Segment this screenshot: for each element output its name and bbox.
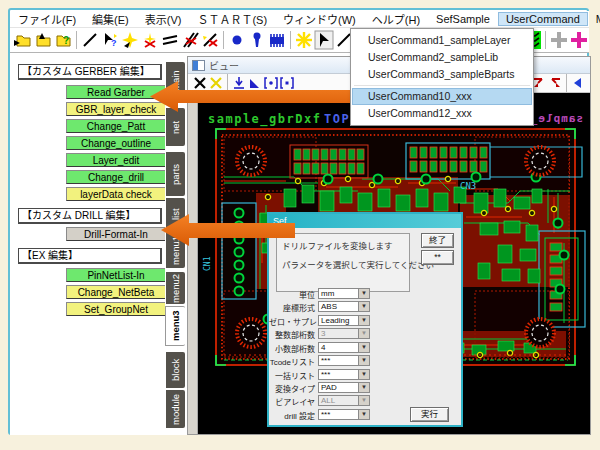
pcb-cn1-label: CN1 — [203, 256, 212, 271]
menu-window[interactable]: ウィンドウ(W) — [275, 10, 364, 28]
field-label: 単位 — [269, 289, 315, 300]
zero-suppress-select[interactable]: Leading▼ — [318, 315, 370, 326]
chevron-down-icon[interactable]: ▼ — [358, 410, 369, 419]
menu-mutec[interactable]: MU-TEC — [588, 12, 600, 26]
via-layer-select: ALL▼ — [318, 395, 370, 406]
pick-query-icon[interactable]: ? — [100, 30, 120, 50]
run-button[interactable]: 実行 — [410, 407, 449, 422]
field-label: 一括リスト — [269, 370, 315, 381]
menu-sefsample[interactable]: SefSample — [428, 12, 498, 26]
annotation-arrow-drill-format — [161, 212, 295, 248]
menu-item-usercommand10[interactable]: UserCommand10_xxx — [352, 88, 532, 105]
ic-part-icon[interactable] — [267, 30, 287, 50]
integer-digits-select: 3▼ — [318, 328, 370, 339]
tab-parts[interactable]: parts — [166, 152, 185, 196]
sidebar-button-drill-format-in[interactable]: Drill-Format-In — [66, 227, 166, 241]
menu-view[interactable]: 表示(V) — [137, 10, 190, 28]
dialog-title-bar[interactable]: Sef — [269, 214, 461, 228]
cross-delete-icon[interactable] — [180, 30, 200, 50]
unit-select[interactable]: mm▼ — [318, 288, 370, 299]
sidebar-button-change-drill[interactable]: Change_drill — [66, 170, 166, 184]
toolbar-separator — [223, 31, 224, 49]
coord-format-select[interactable]: ABS▼ — [318, 301, 370, 312]
draw-line-icon[interactable] — [80, 30, 100, 50]
tcode-list-select[interactable]: ***▼ — [318, 355, 370, 366]
pin-icon[interactable] — [247, 30, 267, 50]
menu-item-usercommand12[interactable]: UserCommand12_xxx — [352, 105, 532, 122]
select-cursor-icon[interactable] — [314, 30, 334, 50]
folder-query-icon[interactable]: ? — [53, 30, 73, 50]
tab-menu2[interactable]: menu2 — [166, 272, 185, 304]
menu-edit[interactable]: 編集(E) — [84, 10, 137, 28]
menu-start[interactable]: ＳＴＡＲＴ(S) — [189, 10, 275, 28]
tab-module[interactable]: module — [166, 390, 185, 428]
field-label: 整数部桁数 — [269, 329, 315, 340]
move-gray-icon[interactable] — [549, 30, 569, 50]
delete-line-icon[interactable] — [140, 30, 160, 50]
pcb-layer-text: TOP — [324, 112, 350, 126]
spark-edit-icon[interactable] — [120, 30, 140, 50]
tab-net[interactable]: net — [166, 108, 185, 146]
view-title: ビュー — [209, 58, 239, 73]
undo-view-icon[interactable] — [547, 76, 563, 90]
pcb-cn3-label: CN3 — [460, 181, 476, 191]
sidebar-button-change-patt[interactable]: Change_Patt — [66, 119, 166, 133]
dialog-message-line2: パラメータを選択して実行してください — [282, 258, 434, 270]
pcb-title-text: sample_gbrDxf — [208, 112, 321, 127]
section-header-ex: 【EX 編集】 — [18, 248, 162, 264]
sidebar-button-change-netbeta[interactable]: Change_NetBeta — [66, 285, 166, 299]
chevron-down-icon[interactable]: ▼ — [358, 356, 369, 365]
sidebar-button-layerdata-check[interactable]: layerData check — [66, 187, 166, 201]
menu-item-usercommand2[interactable]: UserCommand2_sampleLib — [352, 49, 532, 66]
field-row-decimal-digits: 小数部桁数 4▼ — [269, 342, 461, 353]
sidebar-button-change-outline[interactable]: Change_outline — [66, 136, 166, 150]
chevron-down-icon[interactable]: ▼ — [358, 383, 369, 392]
menu-bar: ファイル(F) 編集(E) 表示(V) ＳＴＡＲＴ(S) ウィンドウ(W) ヘル… — [10, 11, 589, 27]
decimal-digits-select[interactable]: 4▼ — [318, 342, 370, 353]
exit-button[interactable]: 終了 — [421, 233, 454, 248]
field-row-zero-suppress: ゼロ・サプレス Leading▼ — [269, 315, 461, 326]
field-row-via-layer: ビアレイヤ ALL▼ — [269, 395, 461, 406]
chevron-down-icon[interactable]: ▼ — [358, 343, 369, 352]
menu-help[interactable]: ヘルプ(H) — [364, 10, 428, 28]
tab-menu3[interactable]: menu3 — [165, 306, 185, 346]
usercommand-dropdown-menu: UserCommand1_sampleLayer UserCommand2_sa… — [350, 28, 534, 126]
menu-usercommand[interactable]: UserCommand — [498, 12, 588, 26]
batch-list-select[interactable]: ***▼ — [318, 369, 370, 380]
field-label: ビアレイヤ — [269, 396, 315, 407]
field-label: drill 設定 — [269, 410, 315, 421]
chevron-down-icon[interactable]: ▼ — [358, 302, 369, 311]
chevron-down-icon[interactable]: ▼ — [358, 289, 369, 298]
cut-line-icon[interactable] — [200, 30, 220, 50]
field-label: 座標形式 — [269, 302, 315, 313]
pan-left-icon[interactable] — [570, 76, 586, 90]
sidebar-button-pinnetlist-in[interactable]: PinNetList-In — [66, 268, 166, 282]
menu-file[interactable]: ファイル(F) — [10, 10, 84, 28]
drill-setting-select[interactable]: ***▼ — [318, 409, 370, 420]
toolbar-separator — [290, 31, 291, 49]
highlight-asterisk-icon[interactable] — [294, 30, 314, 50]
menu-item-usercommand3[interactable]: UserCommand3_sampleBparts — [352, 66, 532, 83]
move-magenta-icon[interactable] — [569, 30, 589, 50]
chevron-down-icon[interactable]: ▼ — [358, 370, 369, 379]
sidebar-button-set-groupnet[interactable]: Set_GroupNet — [66, 302, 166, 316]
folder-out-icon[interactable] — [33, 30, 53, 50]
chevron-down-icon[interactable]: ▼ — [358, 316, 369, 325]
field-row-convert-type: 変換タイプ PAD▼ — [269, 382, 461, 393]
field-label: ゼロ・サプレス — [269, 316, 315, 327]
dialog-message-line1: ドリルファイルを変換します — [282, 239, 393, 251]
menu-item-usercommand1[interactable]: UserCommand1_sampleLayer — [352, 32, 532, 49]
parallel-lines-icon[interactable] — [160, 30, 180, 50]
sidebar-button-layer-edit[interactable]: Layer_edit — [66, 153, 166, 167]
convert-type-select[interactable]: PAD▼ — [318, 382, 370, 393]
annotation-arrow-read-garber — [150, 81, 365, 112]
folder-in-icon[interactable] — [13, 30, 33, 50]
svg-text:?: ? — [63, 35, 69, 46]
more-button[interactable]: ** — [421, 250, 454, 265]
tab-block[interactable]: block — [166, 352, 185, 388]
pad-dot-icon[interactable] — [227, 30, 247, 50]
field-label: 変換タイプ — [269, 383, 315, 394]
section-header-gerber: 【カスタム GERBER 編集】 — [18, 64, 162, 80]
menu-separator — [354, 85, 530, 86]
field-row-batch-list: 一括リスト ***▼ — [269, 369, 461, 380]
